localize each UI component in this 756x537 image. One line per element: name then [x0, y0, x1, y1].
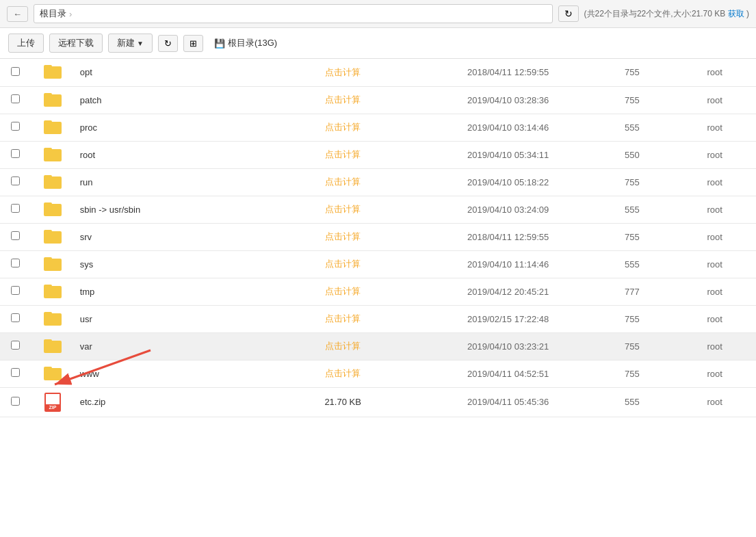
file-name[interactable]: tmp [75, 278, 261, 305]
row-checkbox[interactable] [11, 122, 20, 131]
file-name[interactable]: etc.zip [75, 387, 261, 417]
file-perm: 555 [590, 114, 673, 141]
file-perm: 755 [590, 223, 673, 250]
file-owner: root [673, 360, 756, 387]
file-owner: root [673, 250, 756, 278]
screenshot-button[interactable]: ⊞ [183, 35, 203, 52]
row-checkbox[interactable] [11, 259, 20, 267]
breadcrumb-sep: › [69, 9, 72, 19]
file-name[interactable]: patch [75, 86, 261, 114]
row-checkbox[interactable] [11, 397, 20, 406]
file-owner: root [673, 278, 756, 305]
file-size[interactable]: 点击计算 [260, 278, 426, 305]
file-size[interactable]: 点击计算 [260, 86, 426, 114]
file-name[interactable]: proc [75, 114, 261, 141]
file-perm: 555 [590, 250, 673, 278]
table-row[interactable]: sbin -> usr/sbin点击计算2019/04/10 03:24:095… [0, 196, 756, 223]
file-name[interactable]: opt [75, 59, 261, 86]
file-date: 2019/04/10 05:34:11 [426, 141, 591, 168]
top-refresh-button[interactable]: ↻ [558, 5, 579, 22]
folder-icon [44, 119, 62, 134]
file-date: 2019/04/10 05:18:22 [426, 168, 591, 196]
new-label: 新建 [117, 37, 135, 49]
file-name[interactable]: usr [75, 305, 261, 332]
table-row[interactable]: www点击计算2019/04/11 04:52:51755root [0, 360, 756, 387]
row-checkbox[interactable] [11, 231, 20, 240]
file-size[interactable]: 点击计算 [260, 332, 426, 360]
file-name[interactable]: root [75, 141, 261, 168]
back-button[interactable]: ← [7, 6, 28, 22]
row-checkbox[interactable] [11, 94, 20, 103]
row-checkbox[interactable] [11, 286, 20, 295]
folder-icon [44, 283, 62, 298]
file-perm: 555 [590, 196, 673, 223]
file-perm: 755 [590, 305, 673, 332]
file-size[interactable]: 点击计算 [260, 250, 426, 278]
file-owner: root [673, 141, 756, 168]
info-bar: (共22个目录与22个文件,大小:21.70 KB 获取 ) [584, 8, 749, 20]
file-size[interactable]: 点击计算 [260, 360, 426, 387]
row-checkbox[interactable] [11, 67, 20, 76]
file-size[interactable]: 点击计算 [260, 223, 426, 250]
table-row[interactable]: var点击计算2019/04/10 03:23:21755root [0, 332, 756, 360]
new-button[interactable]: 新建 ▼ [108, 34, 153, 53]
file-perm: 755 [590, 360, 673, 387]
file-perm: 755 [590, 59, 673, 86]
file-name[interactable]: sys [75, 250, 261, 278]
file-perm: 777 [590, 278, 673, 305]
folder-icon [44, 201, 62, 216]
folder-icon [44, 338, 62, 353]
remote-download-button[interactable]: 远程下载 [49, 34, 103, 53]
table-row[interactable]: ZIPetc.zip21.70 KB2019/04/11 05:45:36555… [0, 387, 756, 417]
table-row[interactable]: proc点击计算2019/04/10 03:14:46555root [0, 114, 756, 141]
file-date: 2019/04/11 05:45:36 [426, 387, 591, 417]
disk-label: 💾 根目录(13G) [214, 37, 277, 49]
table-row[interactable]: sys点击计算2019/04/10 11:14:46555root [0, 250, 756, 278]
refresh-button[interactable]: ↻ [158, 35, 178, 52]
table-row[interactable]: srv点击计算2018/04/11 12:59:55755root [0, 223, 756, 250]
file-name[interactable]: www [75, 360, 261, 387]
row-checkbox[interactable] [11, 368, 20, 377]
file-size[interactable]: 点击计算 [260, 305, 426, 332]
table-row[interactable]: opt点击计算2018/04/11 12:59:55755root [0, 59, 756, 86]
row-checkbox[interactable] [11, 149, 20, 158]
info-link[interactable]: 获取 [728, 9, 744, 18]
folder-icon [44, 146, 62, 161]
file-name[interactable]: var [75, 332, 261, 360]
table-row[interactable]: root点击计算2019/04/10 05:34:11550root [0, 141, 756, 168]
file-size[interactable]: 21.70 KB [260, 387, 426, 417]
file-owner: root [673, 196, 756, 223]
file-size[interactable]: 点击计算 [260, 196, 426, 223]
file-date: 2019/04/11 04:52:51 [426, 360, 591, 387]
file-date: 2019/04/10 11:14:46 [426, 250, 591, 278]
row-checkbox[interactable] [11, 176, 20, 185]
folder-icon [44, 92, 62, 107]
disk-name: 根目录(13G) [228, 37, 277, 49]
table-row[interactable]: patch点击计算2019/04/10 03:28:36755root [0, 86, 756, 114]
folder-icon [44, 311, 62, 326]
breadcrumb-root: 根目录 [40, 8, 66, 20]
row-checkbox[interactable] [11, 204, 20, 213]
table-row[interactable]: run点击计算2019/04/10 05:18:22755root [0, 168, 756, 196]
info-close: ) [746, 9, 749, 18]
file-size[interactable]: 点击计算 [260, 114, 426, 141]
breadcrumb-bar: 根目录 › [34, 4, 553, 23]
file-date: 2018/04/11 12:59:55 [426, 59, 591, 86]
zip-icon: ZIP [44, 392, 62, 412]
file-owner: root [673, 305, 756, 332]
row-checkbox[interactable] [11, 341, 20, 350]
file-size[interactable]: 点击计算 [260, 141, 426, 168]
file-name[interactable]: run [75, 168, 261, 196]
file-name[interactable]: sbin -> usr/sbin [75, 196, 261, 223]
table-row[interactable]: tmp点击计算2019/04/12 20:45:21777root [0, 278, 756, 305]
row-checkbox[interactable] [11, 313, 20, 322]
toolbar: 上传 远程下载 新建 ▼ ↻ ⊞ 💾 根目录(13G) [0, 28, 756, 59]
table-row[interactable]: usr点击计算2019/02/15 17:22:48755root [0, 305, 756, 332]
file-owner: root [673, 59, 756, 86]
file-date: 2019/04/10 03:28:36 [426, 86, 591, 114]
file-size[interactable]: 点击计算 [260, 168, 426, 196]
file-date: 2018/04/11 12:59:55 [426, 223, 591, 250]
upload-button[interactable]: 上传 [8, 34, 44, 53]
file-size[interactable]: 点击计算 [260, 59, 426, 86]
file-name[interactable]: srv [75, 223, 261, 250]
